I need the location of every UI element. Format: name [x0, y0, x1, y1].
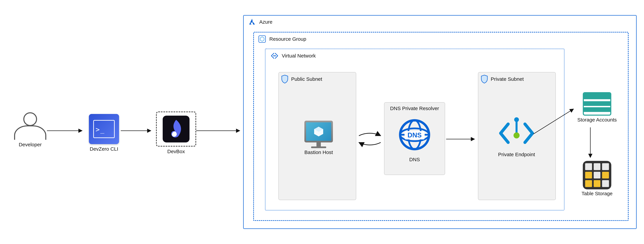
arrow-cli-devbox: [121, 129, 152, 132]
table-storage-node: Table Storage: [575, 161, 619, 196]
svg-point-6: [275, 55, 276, 56]
virtual-network-label: Virtual Network: [282, 53, 316, 59]
arrow-storage-table: [589, 127, 592, 159]
devbox-node: DevBox: [154, 111, 198, 154]
virtual-network-label-row: Virtual Network: [271, 52, 316, 60]
azure-label-row: Azure: [248, 18, 272, 26]
private-endpoint: Private Endpoint: [496, 117, 537, 157]
private-endpoint-label: Private Endpoint: [496, 152, 537, 157]
virtual-network-icon: [271, 52, 278, 60]
storage-accounts-label: Storage Accounts: [575, 117, 619, 123]
svg-point-16: [514, 132, 520, 138]
devbox-container: [156, 111, 196, 147]
arrow-developer-cli: [47, 129, 84, 132]
monitor-icon: [302, 121, 336, 148]
svg-point-15: [514, 117, 519, 122]
shield-icon: [281, 75, 288, 83]
terminal-icon: [89, 114, 119, 144]
storage-accounts-icon: [583, 92, 611, 116]
dns-resolver-title: DNS Private Resolver: [384, 103, 445, 111]
dns-resolver-card: DNS Private Resolver DNS DNS: [384, 102, 445, 175]
resource-group-label: Resource Group: [269, 36, 306, 42]
developer-label: Developer: [10, 142, 50, 147]
user-icon: [10, 112, 50, 140]
diagram-canvas: Developer DevZero CLI DevBox: [0, 0, 644, 244]
svg-text:DNS: DNS: [408, 131, 422, 139]
devzero-cli-label: DevZero CLI: [86, 146, 122, 152]
dns-globe-icon: DNS: [384, 118, 445, 153]
devbox-logo-icon: [163, 116, 190, 142]
private-subnet-label: Private Subnet: [491, 76, 524, 82]
arrow-bastion-dns-bidirectional: [357, 132, 382, 146]
svg-point-4: [273, 55, 274, 56]
table-storage-label: Table Storage: [575, 191, 619, 196]
azure-label: Azure: [259, 19, 272, 25]
devzero-cli-node: DevZero CLI: [86, 114, 122, 152]
bastion-host-label: Bastion Host: [302, 150, 336, 155]
resource-group-label-row: Resource Group: [258, 35, 306, 43]
shield-icon: [481, 75, 488, 83]
azure-logo-icon: [248, 18, 256, 26]
arrow-dns-private-endpoint: [446, 137, 476, 141]
resource-group-icon: [258, 35, 266, 43]
svg-point-5: [274, 55, 275, 56]
table-storage-icon: [583, 161, 611, 189]
devbox-label: DevBox: [154, 149, 198, 154]
storage-accounts-node: Storage Accounts: [575, 92, 619, 123]
svg-line-17: [533, 109, 574, 134]
arrow-endpoint-storage: [533, 107, 575, 141]
bastion-host: Bastion Host: [302, 121, 336, 155]
arrow-devbox-azure: [196, 129, 242, 132]
private-endpoint-icon: [499, 145, 534, 150]
public-subnet-label: Public Subnet: [291, 76, 322, 82]
dns-caption: DNS: [384, 157, 445, 162]
developer-node: Developer: [10, 112, 50, 147]
